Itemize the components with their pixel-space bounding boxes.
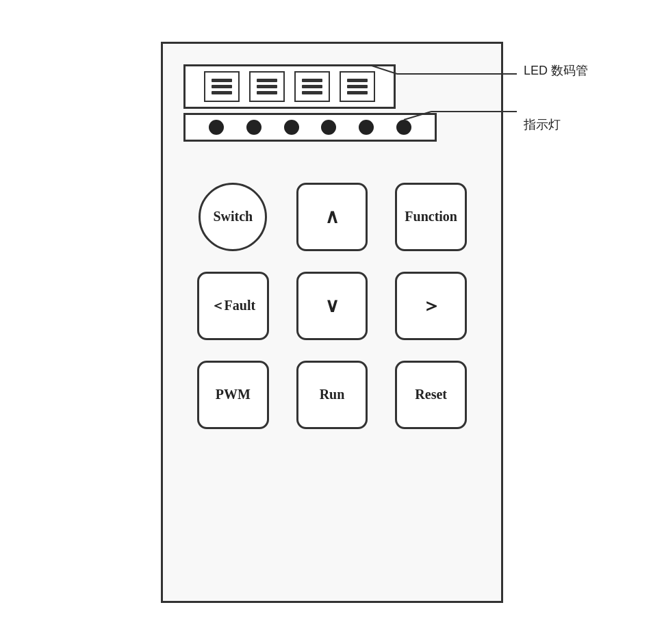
led-bar-top-4: [347, 79, 368, 82]
indicator-dot-5: [359, 120, 374, 135]
reset-button[interactable]: Reset: [395, 361, 467, 429]
indicator-dot-4: [321, 120, 336, 135]
led-bar-top-1: [212, 79, 232, 82]
led-digit-1: [204, 71, 240, 102]
led-bar-bot-3: [302, 91, 322, 94]
switch-button[interactable]: Switch: [199, 183, 267, 251]
led-bar-mid-3: [302, 85, 322, 88]
function-button[interactable]: Function: [395, 183, 467, 251]
pwm-button[interactable]: PWM: [197, 361, 269, 429]
led-label: LED 数码管: [524, 62, 588, 79]
led-digit-3: [294, 71, 330, 102]
led-bar-mid-2: [257, 85, 277, 88]
led-bar-top-2: [257, 79, 277, 82]
indicator-bar: [183, 113, 437, 142]
led-digit-4: [340, 71, 375, 102]
led-bar-top-3: [302, 79, 322, 82]
panel: Switch ∧ Function ＜Fault ∨ ＞ PWM Run Res…: [161, 42, 503, 603]
led-bar-bot-2: [257, 91, 277, 94]
led-display: [183, 64, 396, 109]
indicator-dot-3: [284, 120, 299, 135]
run-button[interactable]: Run: [296, 361, 368, 429]
down-button[interactable]: ∨: [296, 272, 368, 340]
up-button[interactable]: ∧: [296, 183, 368, 251]
fault-button[interactable]: ＜Fault: [197, 272, 269, 340]
outer-container: Switch ∧ Function ＜Fault ∨ ＞ PWM Run Res…: [0, 0, 664, 644]
display-area: [183, 64, 481, 142]
indicator-dot-1: [209, 120, 224, 135]
buttons-grid: Switch ∧ Function ＜Fault ∨ ＞ PWM Run Res…: [183, 183, 481, 429]
indicator-dot-2: [246, 120, 261, 135]
indicator-dot-6: [396, 120, 411, 135]
indicator-label: 指示灯: [524, 116, 588, 133]
led-bar-bot-4: [347, 91, 368, 94]
led-bar-bot-1: [212, 91, 232, 94]
led-bar-mid-1: [212, 85, 232, 88]
led-bar-mid-4: [347, 85, 368, 88]
led-digit-2: [249, 71, 285, 102]
right-button[interactable]: ＞: [395, 272, 467, 340]
